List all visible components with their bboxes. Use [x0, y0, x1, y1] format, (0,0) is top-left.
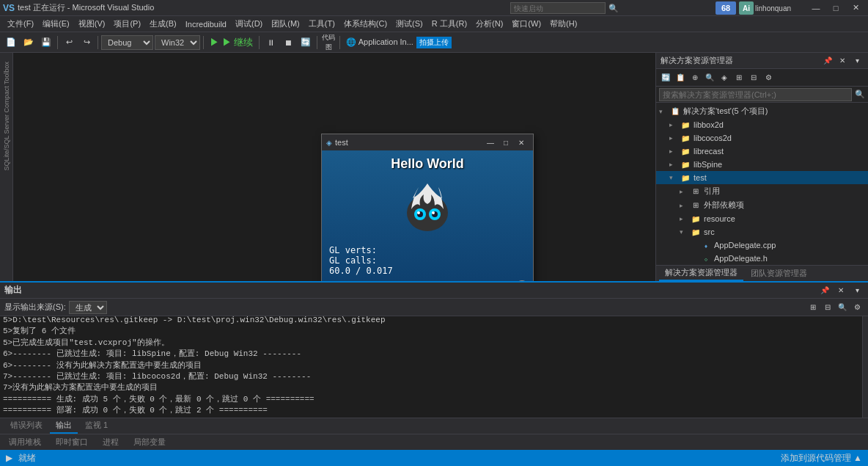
se-tb-btn3[interactable]: ⊕ [688, 71, 702, 84]
menu-rtools[interactable]: R 工具(R) [427, 17, 471, 31]
tree-item-test[interactable]: ▾ 📁 test [656, 171, 868, 184]
output-tb-btn4[interactable]: ⚙ [850, 301, 864, 314]
se-menu-btn[interactable]: ▾ [850, 54, 864, 68]
aw-close[interactable]: ✕ [514, 136, 529, 149]
se-tb-btn8[interactable]: ⚙ [762, 71, 775, 84]
menu-incredibuild[interactable]: Incredibuild [181, 18, 231, 30]
platform-select[interactable]: Win32 x64 [155, 35, 200, 50]
tree-label-test: test [694, 173, 707, 182]
tree-item-extdeps[interactable]: ▸ ⊞ 外部依赖项 [656, 198, 868, 212]
tab-output[interactable]: 输出 [50, 418, 78, 434]
close-button[interactable]: ✕ [846, 0, 865, 16]
output-pin-btn[interactable]: 📌 [818, 284, 831, 297]
menu-team[interactable]: 团队(M) [267, 17, 304, 31]
se-tb-btn1[interactable]: 🔄 [659, 71, 672, 84]
se-tb-btn7[interactable]: ⊟ [747, 71, 760, 84]
pause-btn[interactable]: ⏸ [262, 34, 279, 51]
save-btn[interactable]: 💾 [38, 34, 54, 51]
output-line: 7>-------- 已跳过生成: 项目: libcocos2d，配置: Deb… [3, 371, 859, 382]
menu-tools[interactable]: 工具(T) [304, 17, 339, 31]
output-tb-btn2[interactable]: ⊟ [821, 301, 834, 314]
debug-process[interactable]: 进程 [98, 435, 123, 449]
menu-test[interactable]: 测试(S) [391, 17, 427, 31]
output-tb-btn3[interactable]: 🔍 [836, 301, 849, 314]
output-source-select[interactable]: 生成 调试 [69, 301, 107, 314]
aw-minimize[interactable]: — [483, 136, 498, 149]
debug-locals[interactable]: 局部变量 [129, 435, 170, 449]
add-to-source[interactable]: 添加到源代码管理 ▲ [781, 452, 862, 465]
menu-build[interactable]: 生成(B) [145, 17, 181, 31]
se-tab-solution[interactable]: 解决方案资源管理器 [659, 266, 743, 281]
menu-help[interactable]: 帮助(H) [545, 17, 581, 31]
tree-icon-extdeps: ⊞ [690, 200, 702, 211]
new-file-btn[interactable]: 📄 [3, 34, 19, 51]
left-sidebar-tab[interactable]: SQLite/SQL Server Compact Toolbox [1, 56, 12, 177]
menu-view[interactable]: 视图(V) [74, 17, 110, 31]
redo-btn[interactable]: ↪ [78, 34, 95, 51]
menu-edit[interactable]: 编辑(E) [38, 17, 74, 31]
tree-item-libbox2d[interactable]: ▸ 📁 libbox2d [656, 118, 868, 131]
tree-item-refs[interactable]: ▸ ⊞ 引用 [656, 184, 868, 198]
se-pin-btn[interactable]: 📌 [821, 54, 834, 68]
output-line: ========== 生成: 成功 5 个，失败 0 个，最新 0 个，跳过 0… [3, 394, 859, 405]
user-badge: 68 [721, 4, 730, 12]
se-tb-btn2[interactable]: 📋 [674, 71, 687, 84]
gl-info: GL verts: GL calls: 60.0 / 0.017 [329, 245, 393, 276]
tree-item-resource[interactable]: ▸ 📁 resource [656, 212, 868, 225]
tree-icon-resource: 📁 [690, 214, 702, 224]
tab-watch[interactable]: 监视 1 [79, 418, 114, 434]
code-map-btn[interactable]: 代码图 [320, 34, 336, 51]
debug-callstack[interactable]: 调用堆栈 [4, 435, 45, 449]
tree-item-AppDelegate.cpp[interactable]: ⬧ AppDelegate.cpp [656, 239, 868, 252]
tree-item-libSpine[interactable]: ▸ 📁 libSpine [656, 158, 868, 171]
tree-item-librecast[interactable]: ▸ 📁 librecast [656, 145, 868, 158]
tree-item-solution[interactable]: ▾ 📋 解决方案'test'(5 个项目) [656, 104, 868, 118]
se-search-input[interactable] [659, 88, 852, 101]
se-tb-btn5[interactable]: ◈ [718, 71, 731, 84]
menu-analyze[interactable]: 分析(N) [471, 17, 507, 31]
menu-file[interactable]: 文件(F) [3, 17, 38, 31]
se-close-btn[interactable]: ✕ [836, 54, 849, 68]
app-window-icon: ◈ [326, 139, 332, 147]
aw-maximize[interactable]: □ [499, 136, 513, 149]
output-tb-btn1[interactable]: ⊞ [806, 301, 820, 314]
menu-project[interactable]: 项目(P) [109, 17, 145, 31]
debug-config-select[interactable]: Debug Release [101, 35, 153, 50]
restart-btn[interactable]: 🔄 [298, 34, 314, 51]
se-tab-team[interactable]: 团队资源管理器 [745, 266, 813, 280]
se-tb-btn6[interactable]: ⊞ [732, 71, 746, 84]
menu-architecture[interactable]: 体系结构(C) [339, 17, 391, 31]
output-content: 5>D:\test\Resources\CloseNormal.png -> D… [0, 316, 862, 418]
output-close-btn[interactable]: ✕ [834, 284, 847, 297]
output-scrollbar[interactable] [862, 316, 868, 418]
solution-explorer-title: 解决方案资源管理器 [661, 55, 733, 66]
menu-debug[interactable]: 调试(D) [231, 17, 267, 31]
tree-item-libcocos2d[interactable]: ▸ 📁 libcocos2d [656, 131, 868, 145]
tree-icon-libcocos2d: 📁 [680, 133, 691, 143]
tree-item-src[interactable]: ▾ 📁 src [656, 225, 868, 239]
tree-arrow-test: ▾ [669, 174, 680, 181]
debug-immediate[interactable]: 即时窗口 [51, 435, 92, 449]
open-file-btn[interactable]: 📂 [21, 34, 37, 51]
output-menu-btn[interactable]: ▾ [850, 284, 864, 297]
maximize-button[interactable]: □ [826, 0, 845, 16]
minimize-button[interactable]: — [806, 0, 825, 16]
content-row: SQLite/SQL Server Compact Toolbox ◈ test… [0, 53, 868, 281]
tree-arrow-solution: ▾ [659, 108, 669, 115]
upload-btn[interactable]: 拍摄上传 [416, 37, 452, 48]
tree-item-AppDelegate.h[interactable]: ⬦ AppDelegate.h [656, 252, 868, 265]
solution-tree: ▾ 📋 解决方案'test'(5 个项目) ▸ 📁 libbox2d ▸ 📁 l… [656, 103, 868, 265]
tree-icon-AppDelegate.cpp: ⬧ [700, 240, 712, 250]
undo-btn[interactable]: ↩ [61, 34, 77, 51]
svg-point-5 [417, 211, 420, 214]
output-line: 5>D:\test\Resources\res\.gitkeep -> D:\t… [3, 316, 859, 326]
start-button[interactable]: ▶ ▶ 继续 [207, 34, 256, 51]
quick-launch-input[interactable] [510, 2, 606, 14]
menu-window[interactable]: 窗口(W) [507, 17, 545, 31]
tree-icon-refs: ⊞ [690, 186, 702, 197]
tab-error-list[interactable]: 错误列表 [4, 418, 48, 434]
tree-icon-src: 📁 [690, 227, 702, 237]
se-tb-btn4[interactable]: 🔍 [703, 71, 716, 84]
tree-label-librecast: librecast [694, 147, 724, 156]
stop-btn[interactable]: ⏹ [280, 34, 296, 51]
